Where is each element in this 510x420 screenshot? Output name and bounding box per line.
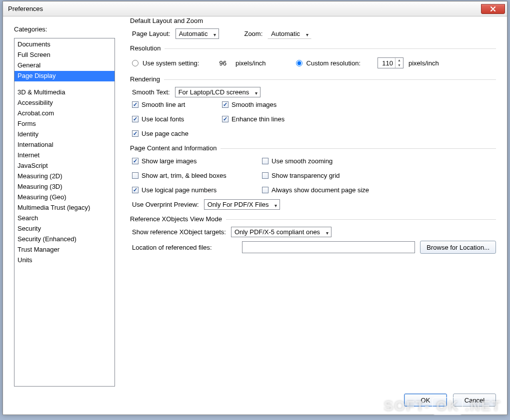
- checkbox-icon: [262, 172, 268, 179]
- content-pane: Default Layout and Zoom Page Layout: Aut…: [130, 25, 496, 387]
- category-item[interactable]: Measuring (Geo): [14, 192, 114, 203]
- group-layout-zoom: Default Layout and Zoom Page Layout: Aut…: [130, 25, 496, 44]
- system-resolution-unit: pixels/inch: [236, 59, 266, 67]
- category-item[interactable]: Page Display: [14, 71, 114, 81]
- group-rendering: Rendering Smooth Text: For Laptop/LCD sc…: [130, 79, 496, 144]
- chk-use-smooth-zoom[interactable]: Use smooth zooming: [262, 157, 392, 165]
- dialog-footer: OK Cancel: [3, 393, 507, 415]
- checkbox-icon: [262, 187, 268, 193]
- zoom-label: Zoom:: [244, 30, 262, 37]
- checkbox-icon: [222, 101, 228, 108]
- checkbox-icon: [132, 158, 138, 164]
- group-xobjects: Reference XObjects View Mode Show refere…: [130, 219, 496, 261]
- category-item[interactable]: Internet: [14, 150, 114, 161]
- chk-show-art-trim[interactable]: Show art, trim, & bleed boxes: [132, 172, 262, 179]
- category-item[interactable]: Measuring (3D): [14, 182, 114, 192]
- checkbox-icon: [262, 158, 268, 164]
- titlebar: Preferences: [3, 1, 507, 16]
- chk-show-large-images[interactable]: Show large images: [132, 157, 262, 165]
- chk-use-page-cache[interactable]: Use page cache: [132, 130, 222, 137]
- sidebar: Categories: DocumentsFull ScreenGeneralP…: [14, 25, 115, 387]
- categories-label: Categories:: [14, 25, 115, 33]
- checkbox-icon: [132, 130, 138, 137]
- chk-show-transparency[interactable]: Show transparency grid: [262, 172, 392, 179]
- chevron-down-icon: ▼: [396, 63, 403, 68]
- group-title-rendering: Rendering: [130, 75, 164, 83]
- ok-button[interactable]: OK: [404, 394, 447, 407]
- category-item[interactable]: Full Screen: [14, 50, 114, 60]
- radio-custom-input[interactable]: [296, 60, 302, 66]
- category-item[interactable]: Measuring (2D): [14, 171, 114, 182]
- radio-system-setting[interactable]: Use system setting:: [132, 59, 199, 67]
- group-title-resolution: Resolution: [130, 44, 164, 52]
- dialog-body: Categories: DocumentsFull ScreenGeneralP…: [3, 16, 507, 393]
- category-item[interactable]: Units: [14, 255, 114, 266]
- custom-resolution-spinner[interactable]: ▲▼: [378, 57, 404, 68]
- overprint-label: Use Overprint Preview:: [132, 201, 199, 208]
- category-item[interactable]: Search: [14, 213, 114, 224]
- checkbox-icon: [132, 116, 138, 122]
- close-icon: [490, 6, 496, 11]
- smooth-text-value: For Laptop/LCD screens: [175, 87, 261, 97]
- radio-custom-resolution[interactable]: Custom resolution:: [296, 59, 360, 67]
- group-resolution: Resolution Use system setting: 96 pixels…: [130, 48, 496, 75]
- close-button[interactable]: [481, 4, 505, 14]
- category-item[interactable]: Acrobat.com: [14, 108, 114, 119]
- chevron-up-icon: ▲: [396, 58, 403, 63]
- category-item[interactable]: Documents: [14, 39, 114, 50]
- chk-smooth-line-art[interactable]: Smooth line art: [132, 101, 222, 108]
- page-layout-value: Automatic: [176, 28, 220, 39]
- category-item[interactable]: Trust Manager: [14, 245, 114, 255]
- xobject-targets-value: Only PDF/X-5 compliant ones: [231, 227, 332, 237]
- category-item[interactable]: Identity: [14, 129, 114, 140]
- category-item[interactable]: 3D & Multimedia: [14, 87, 114, 98]
- spinner-arrows[interactable]: ▲▼: [395, 58, 403, 68]
- overprint-value: Only For PDF/X Files: [204, 199, 280, 210]
- page-layout-select[interactable]: Automatic: [176, 30, 220, 37]
- categories-list[interactable]: DocumentsFull ScreenGeneralPage Display3…: [14, 38, 115, 387]
- window-title: Preferences: [8, 5, 43, 12]
- chk-enhance-thin[interactable]: Enhance thin lines: [222, 115, 322, 123]
- browse-button[interactable]: Browse for Location...: [420, 241, 496, 254]
- group-title-layout: Default Layout and Zoom: [130, 17, 207, 24]
- category-item[interactable]: Security: [14, 224, 114, 234]
- zoom-select[interactable]: Automatic: [268, 30, 312, 37]
- category-item[interactable]: International: [14, 140, 114, 150]
- chk-always-show-doc-size[interactable]: Always show document page size: [262, 186, 392, 194]
- location-input[interactable]: [242, 241, 415, 253]
- group-title-page-content: Page Content and Information: [130, 144, 220, 152]
- overprint-select[interactable]: Only For PDF/X Files: [204, 201, 280, 208]
- group-page-content: Page Content and Information Show large …: [130, 148, 496, 215]
- xobject-targets-label: Show reference XObject targets:: [132, 228, 226, 236]
- chk-use-local-fonts[interactable]: Use local fonts: [132, 115, 222, 123]
- category-item[interactable]: JavaScript: [14, 161, 114, 171]
- xobject-targets-select[interactable]: Only PDF/X-5 compliant ones: [231, 228, 332, 236]
- category-item[interactable]: Forms: [14, 119, 114, 129]
- system-resolution-value: 96: [219, 59, 226, 67]
- cancel-button[interactable]: Cancel: [453, 394, 496, 407]
- radio-system-input[interactable]: [132, 60, 138, 66]
- smooth-text-label: Smooth Text:: [132, 88, 170, 96]
- category-item[interactable]: Security (Enhanced): [14, 234, 114, 245]
- checkbox-icon: [132, 172, 138, 179]
- smooth-text-select[interactable]: For Laptop/LCD screens: [175, 88, 261, 96]
- page-layout-label: Page Layout:: [132, 30, 170, 37]
- custom-resolution-unit: pixels/inch: [408, 59, 439, 67]
- checkbox-icon: [132, 101, 138, 108]
- category-item[interactable]: Accessibility: [14, 98, 114, 108]
- custom-resolution-label: Custom resolution:: [306, 59, 360, 67]
- checkbox-icon: [132, 187, 138, 193]
- chk-smooth-images[interactable]: Smooth images: [222, 101, 322, 108]
- group-title-xobjects: Reference XObjects View Mode: [130, 215, 226, 223]
- location-label: Location of referenced files:: [132, 244, 237, 251]
- category-item[interactable]: General: [14, 60, 114, 71]
- chk-logical-page-num[interactable]: Use logical page numbers: [132, 186, 262, 194]
- custom-resolution-input[interactable]: [378, 59, 395, 67]
- zoom-value: Automatic: [268, 28, 312, 39]
- preferences-window: Preferences Categories: DocumentsFull Sc…: [2, 1, 508, 415]
- category-item[interactable]: Multimedia Trust (legacy): [14, 203, 114, 213]
- checkbox-icon: [222, 116, 228, 122]
- use-system-label: Use system setting:: [142, 59, 199, 67]
